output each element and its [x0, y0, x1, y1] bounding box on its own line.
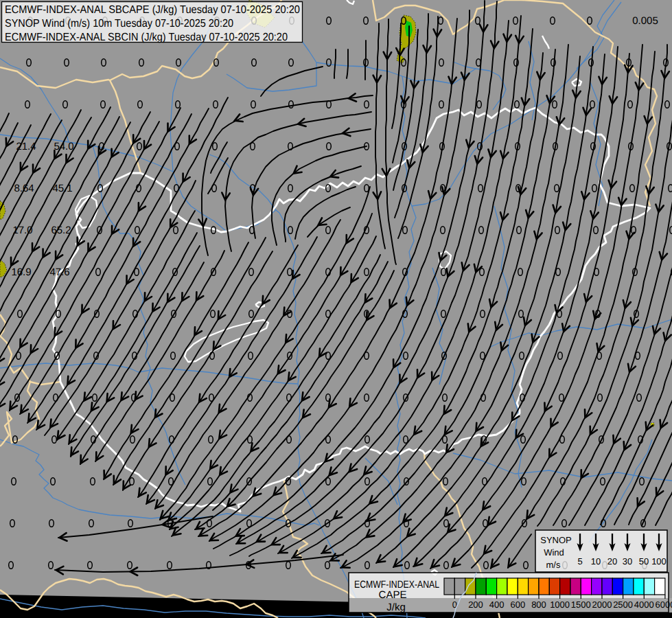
svg-text:2500: 2500	[613, 599, 633, 610]
svg-text:SYNOP: SYNOP	[540, 535, 572, 545]
svg-text:600: 600	[510, 599, 525, 610]
svg-text:100: 100	[651, 556, 667, 566]
svg-text:10: 10	[591, 556, 601, 566]
svg-text:m/s: m/s	[546, 560, 561, 570]
svg-text:ECMWF-INDEX-ANAL SBCIN (J/kg): ECMWF-INDEX-ANAL SBCIN (J/kg) Tuesday 07…	[5, 32, 288, 43]
svg-text:6000: 6000	[655, 599, 672, 610]
svg-text:1500: 1500	[571, 599, 591, 610]
svg-text:SYNOP Wind (m/s) 10m Tuesday 0: SYNOP Wind (m/s) 10m Tuesday 07-10-2025 …	[5, 18, 233, 30]
svg-text:Wind: Wind	[544, 547, 564, 558]
svg-text:30: 30	[623, 556, 632, 566]
svg-text:800: 800	[531, 599, 546, 610]
svg-text:5: 5	[577, 556, 582, 566]
svg-text:200: 200	[468, 599, 483, 610]
svg-text:0.005: 0.005	[632, 15, 658, 27]
svg-text:CAPE: CAPE	[379, 589, 407, 601]
svg-text:J/kg: J/kg	[386, 602, 406, 613]
svg-text:2000: 2000	[592, 599, 612, 610]
svg-text:50: 50	[639, 556, 649, 566]
svg-text:1000: 1000	[550, 599, 570, 610]
svg-text:65.2: 65.2	[51, 225, 71, 236]
svg-text:400: 400	[489, 599, 505, 610]
svg-text:4000: 4000	[634, 599, 654, 610]
svg-text:ECMWF-INDEX-ANAL SBCAPE (J/kg): ECMWF-INDEX-ANAL SBCAPE (J/kg) Tuesday 0…	[5, 4, 300, 16]
svg-text:20: 20	[607, 556, 617, 566]
svg-text:45.1: 45.1	[52, 183, 72, 194]
